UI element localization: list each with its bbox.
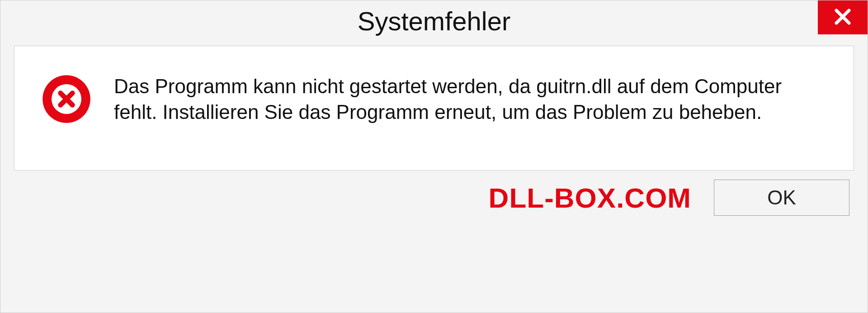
error-message: Das Programm kann nicht gestartet werden… — [114, 73, 806, 125]
error-icon — [42, 74, 91, 124]
dialog-content: Das Programm kann nicht gestartet werden… — [14, 46, 854, 171]
dialog-title: Systemfehler — [358, 6, 510, 36]
watermark-text: DLL-BOX.COM — [489, 182, 691, 214]
close-button[interactable] — [818, 0, 868, 34]
close-icon — [832, 6, 854, 29]
ok-button[interactable]: OK — [714, 180, 849, 216]
dialog-footer: DLL-BOX.COM OK — [0, 180, 868, 229]
error-dialog: Systemfehler Das Programm kann nicht ges… — [0, 0, 868, 313]
titlebar: Systemfehler — [0, 0, 868, 41]
ok-button-label: OK — [767, 186, 796, 209]
